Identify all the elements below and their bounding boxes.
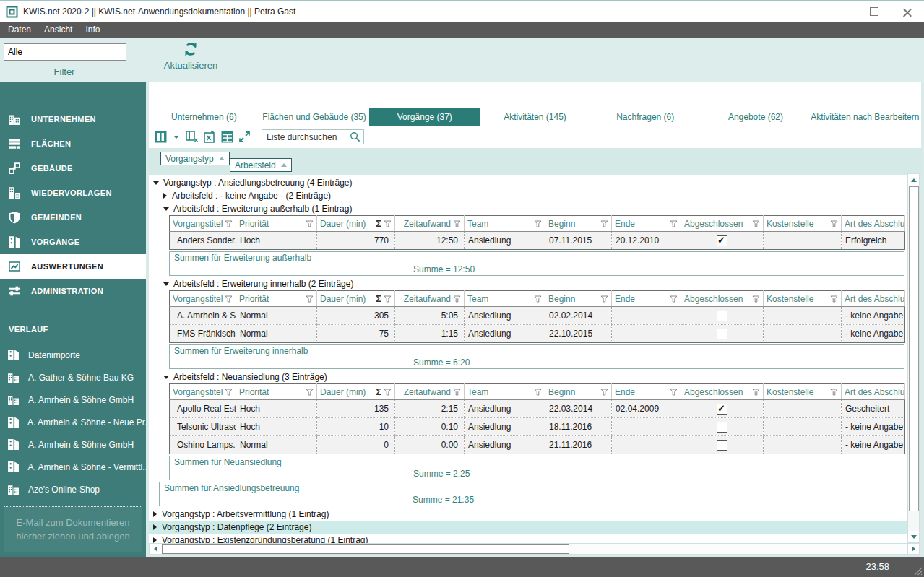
group-row[interactable]: Vorgangstyp : Ansiedlungsbetreuung (4 Ei… <box>149 176 907 189</box>
table-row[interactable]: Telsonic Ultrasc... Hoch 10 0:10 Ansiedl… <box>170 418 905 436</box>
table-row[interactable]: Apollo Real Esta... Hoch 135 2:15 Ansied… <box>170 400 905 418</box>
filter-icon[interactable] <box>534 220 542 227</box>
filter-icon[interactable] <box>600 295 608 303</box>
filter-icon[interactable] <box>384 389 392 396</box>
column-header-abschluss[interactable]: Art des Abschluss <box>842 216 905 232</box>
column-header-vorgangstitel[interactable]: Vorgangstitel <box>170 384 236 400</box>
history-item[interactable]: A. Gather & Söhne Bau KG <box>0 366 146 389</box>
export-xlsx-icon[interactable] <box>204 131 216 143</box>
column-header-zeitaufwand[interactable]: Zeitaufwand <box>395 291 465 307</box>
column-header-team[interactable]: Team <box>465 216 545 232</box>
expand-icon[interactable] <box>153 537 157 543</box>
scroll-down-button[interactable] <box>908 531 919 542</box>
sidebar-item-auswertungen[interactable]: AUSWERTUNGEN <box>0 254 146 279</box>
group-row[interactable]: Arbeitsfeld : Neuansiedlung (3 Einträge) <box>149 370 907 383</box>
filter-icon[interactable] <box>306 295 314 303</box>
column-header-team[interactable]: Team <box>465 384 545 400</box>
tab-vorgaenge[interactable]: Vorgänge (37) <box>369 108 480 126</box>
filter-icon[interactable] <box>225 220 233 227</box>
abgeschlossen-checkbox[interactable] <box>717 440 727 451</box>
tab-aktivitaeten-bearbeiter[interactable]: Aktivitäten nach Bearbeitern (157) <box>811 108 921 126</box>
filter-icon[interactable] <box>670 295 678 303</box>
filter-icon[interactable] <box>830 220 838 227</box>
column-header-vorgangstitel[interactable]: Vorgangstitel <box>170 291 236 307</box>
horizontal-scroll-thumb[interactable] <box>162 544 569 554</box>
tab-unternehmen[interactable]: Unternehmen (6) <box>149 108 259 126</box>
filter-icon[interactable] <box>453 295 461 303</box>
filter-icon[interactable] <box>534 295 542 303</box>
menu-info[interactable]: Info <box>79 22 106 38</box>
filter-icon[interactable] <box>830 295 838 303</box>
sidebar-item-flaechen[interactable]: FLÄCHEN <box>0 131 146 156</box>
filter-icon[interactable] <box>670 220 678 227</box>
sidebar-item-vorgaenge[interactable]: VORGÄNGE <box>0 230 146 254</box>
column-header-dauer[interactable]: Dauer (min)Σ <box>317 384 395 400</box>
collapse-icon[interactable] <box>163 207 169 211</box>
table-row[interactable]: Anders Sonder... Hoch 770 12:50 Ansiedlu… <box>170 232 905 250</box>
app-icon[interactable] <box>6 6 18 18</box>
vertical-scrollbar[interactable] <box>907 173 920 543</box>
abgeschlossen-checkbox[interactable] <box>717 311 727 321</box>
column-header-zeitaufwand[interactable]: Zeitaufwand <box>395 384 465 400</box>
history-item[interactable]: A. Amrhein & Söhne - Vermittl... <box>0 456 146 478</box>
sidebar-item-gebaeude[interactable]: GEBÄUDE <box>0 156 146 181</box>
column-header-abschluss[interactable]: Art des Abschluss <box>842 291 905 307</box>
column-header-abschluss[interactable]: Art des Abschluss <box>842 384 905 400</box>
filter-icon[interactable] <box>384 220 392 227</box>
filter-icon[interactable] <box>830 389 838 396</box>
close-button[interactable] <box>891 1 924 22</box>
filter-icon[interactable] <box>225 295 233 303</box>
tab-nachfragen[interactable]: Nachfragen (6) <box>590 108 701 126</box>
column-header-prioritaet[interactable]: Priorität <box>236 291 317 307</box>
expand-icon[interactable] <box>153 511 157 517</box>
column-header-kostenstelle[interactable]: Kostenstelle <box>764 291 842 307</box>
filter-icon[interactable] <box>384 295 392 303</box>
filter-icon[interactable] <box>752 295 760 303</box>
table-row[interactable]: Oshino Lamps... Normal 0 0:00 Ansiedlung… <box>170 436 905 454</box>
scroll-right-button[interactable] <box>907 543 920 555</box>
menu-ansicht[interactable]: Ansicht <box>38 22 79 38</box>
abgeschlossen-checkbox[interactable] <box>717 404 727 415</box>
abgeschlossen-checkbox[interactable] <box>717 422 727 433</box>
collapse-icon[interactable] <box>153 181 159 185</box>
column-chooser-icon[interactable] <box>155 131 167 143</box>
tab-angebote[interactable]: Angebote (62) <box>701 108 811 126</box>
column-header-ende[interactable]: Ende <box>612 216 681 232</box>
abgeschlossen-checkbox[interactable] <box>717 235 727 246</box>
refresh-button[interactable]: Aktualisieren <box>157 40 224 81</box>
column-header-abgeschlossen[interactable]: Abgeschlossen <box>681 216 764 232</box>
tab-aktivitaeten[interactable]: Aktivitäten (145) <box>480 108 590 126</box>
tab-flaechen-gebaeude[interactable]: Flächen und Gebäude (35) <box>259 108 370 126</box>
chevron-down-icon[interactable] <box>173 136 179 139</box>
minimize-button[interactable] <box>824 1 858 22</box>
menu-daten[interactable]: Daten <box>1 22 38 38</box>
column-header-team[interactable]: Team <box>465 291 545 307</box>
history-item[interactable]: Datenimporte <box>0 344 146 366</box>
filter-icon[interactable] <box>534 389 542 396</box>
column-header-kostenstelle[interactable]: Kostenstelle <box>764 384 842 400</box>
column-header-dauer[interactable]: Dauer (min)Σ <box>317 216 395 232</box>
group-row[interactable]: Arbeitsfeld : - keine Angabe - (2 Einträ… <box>149 189 907 202</box>
column-header-ende[interactable]: Ende <box>612 384 681 400</box>
collapse-icon[interactable] <box>163 376 169 379</box>
history-item[interactable]: A. Amrhein & Söhne GmbH <box>0 389 146 411</box>
column-header-abgeschlossen[interactable]: Abgeschlossen <box>681 291 764 307</box>
resize-grip-icon[interactable] <box>913 566 923 576</box>
column-header-vorgangstitel[interactable]: Vorgangstitel <box>170 216 236 232</box>
group-row[interactable]: Arbeitsfeld : Erweiterung außerhalb (1 E… <box>149 202 907 215</box>
maximize-button[interactable] <box>858 1 891 22</box>
group-row[interactable]: Arbeitsfeld : Erweiterung innerhalb (2 E… <box>149 277 907 290</box>
expand-icon[interactable] <box>153 524 157 530</box>
filter-icon[interactable] <box>752 220 760 227</box>
column-header-beginn[interactable]: Beginn <box>545 384 612 400</box>
column-header-ende[interactable]: Ende <box>612 291 681 307</box>
column-header-abgeschlossen[interactable]: Abgeschlossen <box>681 384 764 400</box>
column-header-beginn[interactable]: Beginn <box>545 216 612 232</box>
filter-icon[interactable] <box>600 389 608 396</box>
column-header-prioritaet[interactable]: Priorität <box>236 216 317 232</box>
column-header-zeitaufwand[interactable]: Zeitaufwand <box>395 216 465 232</box>
filter-icon[interactable] <box>670 389 678 396</box>
collapse-icon[interactable] <box>163 282 169 286</box>
group-row[interactable]: Vorgangstyp : Existenzgründungsberatung … <box>149 534 907 543</box>
history-item[interactable]: Aze's Online-Shop <box>0 478 146 500</box>
